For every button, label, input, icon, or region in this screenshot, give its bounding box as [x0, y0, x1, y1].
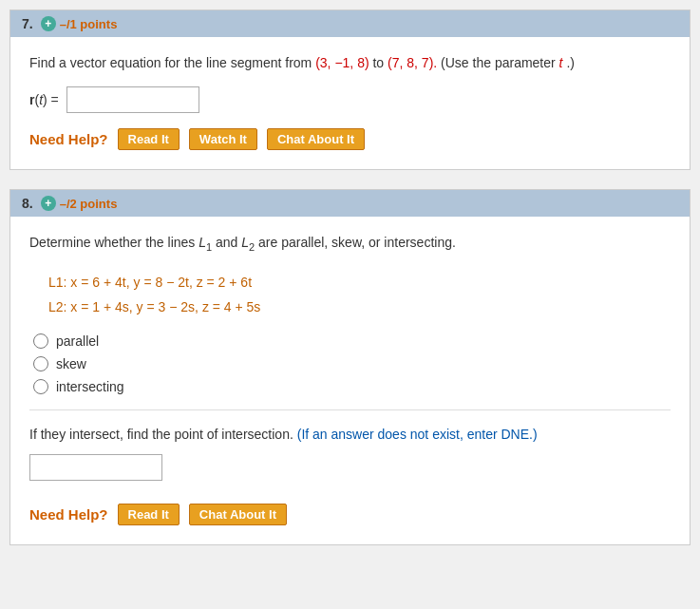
radio-skew[interactable]	[33, 356, 48, 371]
question-7-header: 7. + –/1 points	[10, 10, 690, 37]
question-8-body2: are parallel, skew, or intersecting.	[258, 235, 456, 250]
question-8-help-row: Need Help? Read It Chat About It	[29, 504, 671, 525]
divider-8	[29, 409, 671, 410]
question-8-points: –/2 points	[60, 197, 118, 211]
question-7-intro: Find a vector equation for the line segm…	[29, 55, 312, 70]
question-7-help-row: Need Help? Read It Watch It Chat About I…	[29, 128, 671, 150]
intersect-hint: (If an answer does not exist, enter DNE.…	[297, 427, 538, 442]
intersect-text: If they intersect, find the point of int…	[29, 424, 671, 445]
chat-about-it-button-7[interactable]: Chat About It	[267, 128, 365, 150]
label-skew: skew	[56, 356, 86, 371]
question-8-need-help: Need Help?	[29, 506, 108, 523]
question-7-param: t	[559, 55, 563, 70]
question-8-intersect-input[interactable]	[29, 454, 162, 481]
question-7-to-point: (7, 8, 7).	[388, 55, 437, 70]
question-7-text: Find a vector equation for the line segm…	[29, 52, 671, 73]
question-8-l1: L	[199, 235, 206, 250]
question-7-body: Find a vector equation for the line segm…	[10, 37, 690, 169]
question-7-points: –/1 points	[60, 17, 118, 31]
question-7-hint-end: .)	[566, 55, 575, 70]
question-8-l2: L	[241, 235, 249, 250]
question-7-from: (3, −1, 8)	[315, 55, 369, 70]
plus-icon-7: +	[41, 16, 56, 31]
intersect-section: If they intersect, find the point of int…	[29, 424, 671, 496]
option-parallel: parallel	[33, 333, 671, 349]
chat-about-it-button-8[interactable]: Chat About It	[189, 504, 287, 525]
watch-it-button-7[interactable]: Watch It	[189, 128, 257, 150]
option-skew: skew	[33, 356, 671, 371]
question-7-input[interactable]	[66, 86, 199, 113]
question-8-intro: Determine whether the lines	[29, 235, 195, 250]
question-8-text: Determine whether the lines L1 and L2 ar…	[29, 232, 671, 256]
question-8-number: 8.	[22, 196, 33, 211]
question-7-number: 7.	[22, 16, 33, 31]
question-8-points-badge: + –/2 points	[41, 196, 118, 211]
label-intersecting: intersecting	[56, 379, 124, 394]
read-it-button-7[interactable]: Read It	[118, 128, 180, 150]
question-8-l1-eq: L1: x = 6 + 4t, y = 8 − 2t, z = 2 + 6t	[48, 270, 671, 295]
radio-intersecting[interactable]	[33, 379, 48, 394]
radio-parallel[interactable]	[33, 333, 48, 349]
read-it-button-8[interactable]: Read It	[118, 504, 180, 525]
question-7-label: r(t) =	[29, 92, 59, 107]
question-8: 8. + –/2 points Determine whether the li…	[9, 189, 691, 545]
question-7-need-help: Need Help?	[29, 131, 108, 147]
question-8-header: 8. + –/2 points	[10, 190, 690, 217]
plus-icon-8: +	[41, 196, 56, 211]
question-8-body: Determine whether the lines L1 and L2 ar…	[10, 217, 690, 544]
question-7-hint: (Use the parameter	[441, 55, 556, 70]
question-7-answer-row: r(t) =	[29, 86, 671, 113]
question-8-lines: L1: x = 6 + 4t, y = 8 − 2t, z = 2 + 6t L…	[48, 270, 671, 320]
question-7: 7. + –/1 points Find a vector equation f…	[9, 10, 691, 170]
question-8-radio-group: parallel skew intersecting	[33, 333, 671, 394]
question-7-points-badge: + –/1 points	[41, 16, 118, 31]
intersect-intro: If they intersect, find the point of int…	[29, 427, 293, 442]
question-8-l2-eq: L2: x = 1 + 4s, y = 3 − 2s, z = 4 + 5s	[48, 295, 671, 320]
label-parallel: parallel	[56, 333, 99, 349]
option-intersecting: intersecting	[33, 379, 671, 394]
question-7-to: to	[372, 55, 384, 70]
